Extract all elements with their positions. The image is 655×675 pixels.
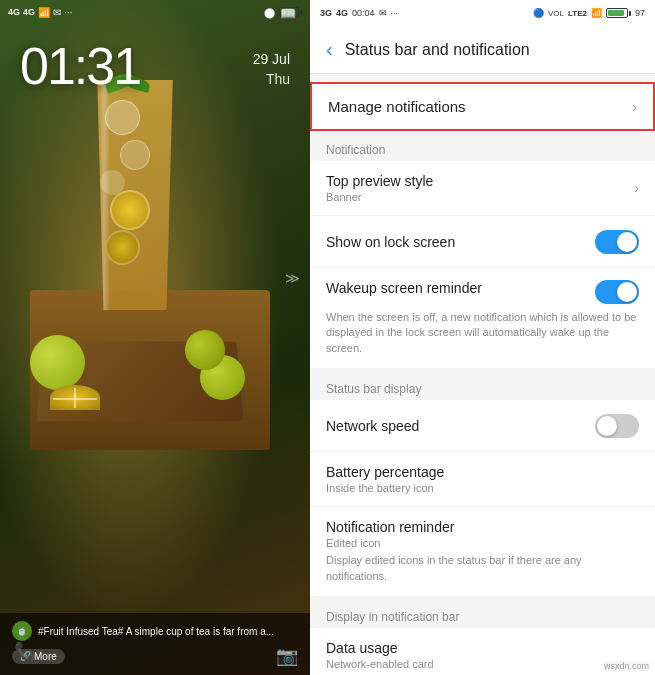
battery-right bbox=[606, 8, 631, 18]
watermark: wsxdn.com bbox=[604, 661, 649, 671]
date-weekday: Thu bbox=[253, 70, 290, 90]
battery-percentage-title: Battery percentage bbox=[326, 464, 639, 480]
network-speed-left: Network speed bbox=[326, 418, 595, 434]
settings-content: Manage notifications › Notification Top … bbox=[310, 74, 655, 675]
scroll-arrows[interactable]: ≫ bbox=[285, 270, 300, 286]
signal-4g: 4G bbox=[336, 8, 348, 18]
wifi-icon: 📶 bbox=[38, 7, 50, 18]
lock-screen: 4G 4G 📶 ✉ ··· ⬤ 📖 01:31 29 Jul Thu ≫ bbox=[0, 0, 310, 675]
notification-text-content: #Fruit Infused Tea# A simple cup of tea … bbox=[38, 626, 298, 637]
more-icon: ··· bbox=[391, 8, 399, 18]
signal-4g-1: 4G bbox=[8, 7, 20, 17]
network-speed-row[interactable]: Network speed bbox=[310, 400, 655, 452]
settings-header: ‹ Status bar and notification bbox=[310, 26, 655, 74]
network-speed-title: Network speed bbox=[326, 418, 595, 434]
battery-percent: 97 bbox=[635, 8, 645, 18]
msg-icon: ✉ bbox=[53, 7, 61, 18]
wakeup-toggle-knob bbox=[617, 282, 637, 302]
clock-time: 01:31 bbox=[20, 40, 140, 92]
section-display-notif-label: Display in notification bar bbox=[310, 598, 655, 628]
battery-percentage-subtitle: Inside the battery icon bbox=[326, 482, 639, 494]
network-speed-knob bbox=[597, 416, 617, 436]
notification-content: 🍵 #Fruit Infused Tea# A simple cup of te… bbox=[12, 621, 298, 641]
top-preview-chevron: › bbox=[634, 180, 639, 196]
section-notification-label: Notification bbox=[310, 131, 655, 161]
bt-icon: 🔵 bbox=[533, 8, 544, 18]
network-speed-toggle[interactable] bbox=[595, 414, 639, 438]
manage-notif-chevron: › bbox=[632, 99, 637, 115]
section-statusbar-label: Status bar display bbox=[310, 370, 655, 400]
notification-group: Top preview style Banner › Show on lock … bbox=[310, 161, 655, 368]
wifi-icon-right: 📶 bbox=[591, 8, 602, 18]
notif-reminder-title: Notification reminder bbox=[326, 519, 639, 535]
lock-notification-bar: 🍵 #Fruit Infused Tea# A simple cup of te… bbox=[0, 613, 310, 675]
more-dots: ··· bbox=[64, 7, 72, 18]
back-button[interactable]: ‹ bbox=[326, 38, 333, 61]
bluetooth-icon: ⬤ bbox=[264, 7, 275, 18]
manage-notifications-row[interactable]: Manage notifications › bbox=[310, 82, 655, 131]
status-bar-right: 🔵 VOL LTE2 📶 97 bbox=[533, 8, 645, 18]
status-bar-left: 3G 4G 00:04 ✉ ··· bbox=[320, 8, 398, 18]
signal-3g: 3G bbox=[320, 8, 332, 18]
phone-icon[interactable]: 📞 bbox=[14, 641, 36, 663]
show-lock-screen-row[interactable]: Show on lock screen bbox=[310, 216, 655, 268]
date-display: 29 Jul Thu bbox=[253, 50, 290, 89]
top-preview-subtitle: Banner bbox=[326, 191, 634, 203]
top-preview-row[interactable]: Top preview style Banner › bbox=[310, 161, 655, 216]
wakeup-reminder-left: Wakeup screen reminder bbox=[326, 280, 595, 296]
show-lock-screen-title: Show on lock screen bbox=[326, 234, 595, 250]
data-usage-subtitle: Network-enabled card bbox=[326, 658, 639, 670]
show-lock-screen-left: Show on lock screen bbox=[326, 234, 595, 250]
time-display: 01:31 bbox=[20, 40, 140, 92]
show-lock-screen-toggle[interactable] bbox=[595, 230, 639, 254]
notif-reminder-desc: Display edited icons in the status bar i… bbox=[326, 553, 639, 584]
reading-icon: 📖 bbox=[280, 6, 296, 21]
settings-title: Status bar and notification bbox=[345, 41, 530, 59]
statusbar-group: Network speed Battery percentage Inside … bbox=[310, 400, 655, 596]
date-day: 29 Jul bbox=[253, 50, 290, 70]
data-usage-left: Data usage Network-enabled card bbox=[326, 640, 639, 670]
data-usage-title: Data usage bbox=[326, 640, 639, 656]
settings-panel: 3G 4G 00:04 ✉ ··· 🔵 VOL LTE2 📶 97 ‹ Stat… bbox=[310, 0, 655, 675]
notif-reminder-subtitle: Edited icon bbox=[326, 537, 639, 549]
signal-4g-2: 4G bbox=[23, 7, 35, 17]
top-preview-left: Top preview style Banner bbox=[326, 173, 634, 203]
battery-percentage-left: Battery percentage Inside the battery ic… bbox=[326, 464, 639, 494]
lock-status-left: 4G 4G 📶 ✉ ··· bbox=[8, 7, 72, 18]
wakeup-reminder-toggle[interactable] bbox=[595, 280, 639, 304]
vol-icon: VOL bbox=[548, 9, 564, 18]
wakeup-reminder-row[interactable]: Wakeup screen reminder When the screen i… bbox=[310, 268, 655, 368]
wakeup-reminder-desc: When the screen is off, a new notificati… bbox=[326, 310, 639, 356]
settings-status-bar: 3G 4G 00:04 ✉ ··· 🔵 VOL LTE2 📶 97 bbox=[310, 0, 655, 26]
email-icon: ✉ bbox=[379, 8, 387, 18]
notification-app-icon: 🍵 bbox=[12, 621, 32, 641]
manage-notifications-label: Manage notifications bbox=[328, 98, 466, 115]
lte-label: LTE2 bbox=[568, 9, 587, 18]
lock-status-bar: 4G 4G 📶 ✉ ··· ⬤ bbox=[0, 0, 310, 24]
wakeup-reminder-title: Wakeup screen reminder bbox=[326, 280, 595, 296]
toggle-knob bbox=[617, 232, 637, 252]
notif-reminder-left: Notification reminder Edited icon bbox=[326, 519, 639, 549]
camera-icon[interactable]: 📷 bbox=[276, 645, 298, 667]
battery-percentage-row[interactable]: Battery percentage Inside the battery ic… bbox=[310, 452, 655, 507]
top-preview-title: Top preview style bbox=[326, 173, 634, 189]
notif-reminder-row[interactable]: Notification reminder Edited icon Displa… bbox=[310, 507, 655, 596]
status-time: 00:04 bbox=[352, 8, 375, 18]
